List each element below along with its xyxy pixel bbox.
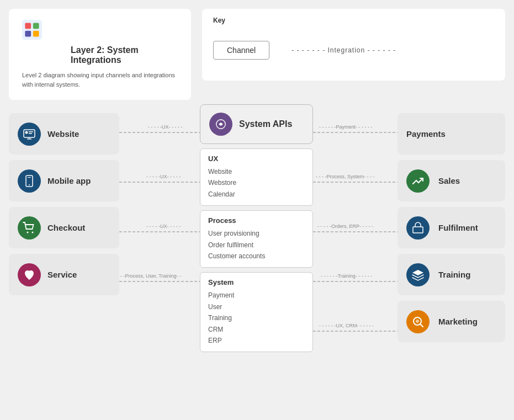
fulfilment-label: Fulfilment bbox=[438, 223, 478, 232]
svg-text:- -Process, User, Training- -: - -Process, User, Training- - bbox=[120, 273, 181, 279]
right-services: Payments Sales Fulfilment bbox=[398, 113, 505, 342]
system-section-title: System bbox=[208, 278, 305, 286]
header-section: Layer 2: System Integrations Level 2 dia… bbox=[0, 0, 514, 100]
checkout-label: Checkout bbox=[47, 223, 85, 232]
svg-point-32 bbox=[27, 231, 29, 233]
system-apis-header: System APIs bbox=[200, 104, 313, 144]
payments-label: Payments bbox=[406, 129, 446, 139]
app-logo bbox=[22, 20, 42, 40]
training-label: Training bbox=[438, 270, 470, 279]
sales-icon bbox=[406, 169, 430, 193]
system-item-erp: ERP bbox=[208, 335, 305, 346]
system-apis-title: System APIs bbox=[239, 119, 292, 129]
system-apis-panel: System APIs UX Website Webstore Calendar… bbox=[200, 104, 313, 357]
website-icon bbox=[18, 123, 41, 146]
ux-item-webstore: Webstore bbox=[208, 177, 305, 188]
channel-legend-button: Channel bbox=[213, 41, 269, 60]
system-item-user: User bbox=[208, 301, 305, 312]
checkout-icon bbox=[18, 216, 41, 240]
system-item-payment: Payment bbox=[208, 290, 305, 301]
svg-text:- - - - -UX- - - - -: - - - - -UX- - - - - bbox=[148, 124, 182, 130]
website-label: Website bbox=[47, 129, 79, 139]
service-payments: Payments bbox=[398, 113, 505, 155]
fulfilment-icon bbox=[406, 216, 430, 240]
service-label: Service bbox=[47, 270, 77, 279]
marketing-label: Marketing bbox=[438, 317, 478, 326]
svg-text:- - - - - -Training- - - - - -: - - - - - -Training- - - - - - bbox=[321, 273, 372, 279]
channel-website: Website bbox=[9, 113, 119, 155]
training-icon bbox=[406, 263, 430, 286]
page-description: Level 2 diagram showing input channels a… bbox=[22, 71, 178, 89]
mobile-app-label: Mobile app bbox=[47, 176, 91, 185]
service-icon bbox=[18, 263, 41, 286]
svg-rect-28 bbox=[29, 137, 30, 139]
svg-text:- - - - - -Payment- - - - - -: - - - - - -Payment- - - - - - bbox=[319, 124, 373, 130]
diagram-area: - - - - -UX- - - - - - - - - -UX- - - - … bbox=[0, 104, 514, 420]
key-card: Key Channel - - - - - - - Integration - … bbox=[202, 9, 505, 81]
ux-section-title: UX bbox=[208, 155, 305, 163]
marketing-icon bbox=[406, 310, 430, 333]
svg-text:- - - - - -UX, CRM- - - - - -: - - - - - -UX, CRM- - - - - - bbox=[319, 323, 374, 328]
svg-rect-2 bbox=[33, 23, 39, 29]
process-item-user-provisioning: User provisioning bbox=[208, 228, 305, 239]
ux-sub-panel: UX Website Webstore Calendar bbox=[200, 148, 313, 206]
left-channels: Website Mobile app Checkou bbox=[9, 113, 119, 295]
svg-rect-35 bbox=[413, 227, 423, 233]
key-label: Key bbox=[213, 17, 225, 24]
system-sub-panel: System Payment User Training CRM ERP bbox=[200, 272, 313, 352]
system-apis-icon bbox=[209, 113, 232, 136]
integration-legend-label: - - - - - - - Integration - - - - - - bbox=[292, 46, 396, 54]
system-item-training: Training bbox=[208, 312, 305, 323]
page-title: Layer 2: System Integrations bbox=[71, 45, 178, 65]
svg-point-24 bbox=[25, 131, 28, 134]
service-training: Training bbox=[398, 254, 505, 295]
svg-rect-26 bbox=[29, 133, 32, 134]
mobile-app-icon bbox=[18, 169, 41, 193]
service-sales: Sales bbox=[398, 160, 505, 201]
svg-text:- - - - -UX- - - - -: - - - - -UX- - - - - bbox=[146, 224, 181, 229]
sales-label: Sales bbox=[438, 176, 460, 185]
process-item-customer-accounts: Customer accounts bbox=[208, 251, 305, 262]
ux-item-website: Website bbox=[208, 166, 305, 177]
process-sub-panel: Process User provisioning Order fulfilme… bbox=[200, 210, 313, 268]
process-section-title: Process bbox=[208, 216, 305, 225]
svg-rect-30 bbox=[28, 177, 31, 178]
svg-text:- - - -Process, System- - - -: - - - -Process, System- - - - bbox=[316, 174, 375, 179]
svg-rect-0 bbox=[22, 20, 42, 40]
svg-point-38 bbox=[416, 320, 419, 323]
channel-checkout: Checkout bbox=[9, 207, 119, 248]
system-item-crm: CRM bbox=[208, 324, 305, 335]
channel-service: Service bbox=[9, 254, 119, 295]
svg-rect-25 bbox=[29, 131, 33, 132]
info-card: Layer 2: System Integrations Level 2 dia… bbox=[9, 9, 191, 100]
svg-rect-1 bbox=[25, 23, 31, 29]
service-fulfilment: Fulfilment bbox=[398, 207, 505, 248]
svg-rect-3 bbox=[25, 31, 31, 37]
svg-line-37 bbox=[420, 324, 423, 327]
service-marketing: Marketing bbox=[398, 301, 505, 342]
process-item-order-fulfilment: Order fulfilment bbox=[208, 240, 305, 251]
svg-rect-4 bbox=[33, 31, 39, 37]
channel-mobile-app: Mobile app bbox=[9, 160, 119, 201]
svg-text:- - - - -Orders, ERP- - - - -: - - - - -Orders, ERP- - - - - bbox=[317, 224, 373, 229]
svg-point-33 bbox=[32, 231, 34, 233]
ux-item-calendar: Calendar bbox=[208, 189, 305, 200]
svg-point-31 bbox=[29, 184, 30, 185]
svg-text:- - - - -UX- - - - -: - - - - -UX- - - - - bbox=[146, 174, 181, 179]
